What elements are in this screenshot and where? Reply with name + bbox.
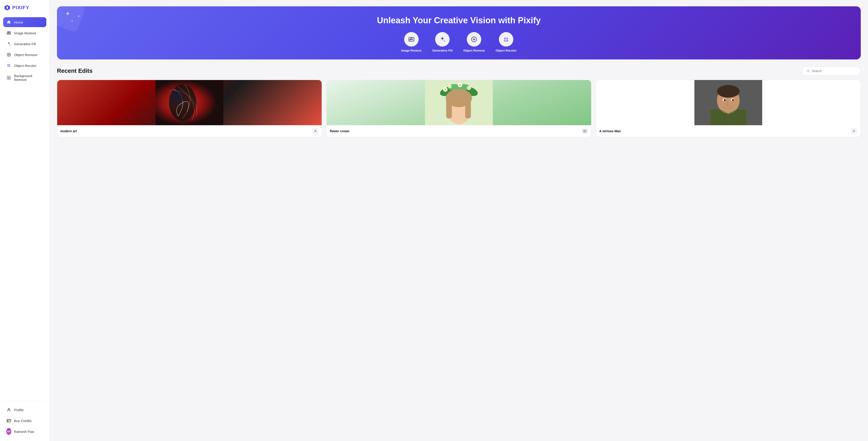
svg-rect-11 [7,76,11,80]
svg-point-45 [584,130,585,131]
recent-edits-title: Recent Edits [57,67,93,74]
hero-tool-object-recolor[interactable]: Object Recolor [496,32,517,52]
svg-point-40 [468,87,470,89]
avatar-icon: RP [6,429,11,434]
logo-text: PIXIFY [12,5,29,11]
sidebar-item-background-remove-label: Background Remove [14,74,43,82]
hero-tool-generative-fill[interactable]: Generative Fill [432,32,453,52]
svg-point-18 [504,37,506,39]
card-3-tool-icon [851,128,857,134]
card-2-title: flower crown [330,129,349,133]
edit-card-3[interactable]: A serious Man [596,80,861,137]
svg-point-10 [8,77,10,78]
generative-fill-icon [6,41,11,46]
svg-point-57 [854,130,855,131]
hero-tool-object-recolor-icon [499,32,513,46]
svg-point-59 [854,131,855,132]
hero-tool-generative-fill-label: Generative Fill [432,49,453,52]
svg-point-51 [717,85,740,98]
profile-icon [6,407,11,412]
svg-point-14 [8,421,8,421]
hero-tool-image-restore-label: Image Restore [401,49,422,52]
object-remove-icon [6,52,11,57]
svg-point-55 [732,99,734,101]
card-1-footer: modern art [57,125,322,137]
hero-tool-object-recolor-label: Object Recolor [496,49,517,52]
hero-tool-image-restore[interactable]: Image Restore [401,32,422,52]
edit-card-1[interactable]: modern art [57,80,322,137]
svg-rect-44 [465,98,471,119]
card-2-tool-icon [582,128,588,134]
svg-point-9 [9,66,10,67]
svg-rect-43 [446,98,452,119]
hero-title: Unleash Your Creative Vision with Pixify [65,15,852,26]
card-1-tool-icon [312,128,318,134]
svg-point-39 [459,84,461,86]
sidebar: PIXIFY Home Image Restore [0,0,50,441]
sidebar-item-object-recolor[interactable]: Object Recolor [3,61,46,70]
card-3-image [596,80,861,125]
svg-point-58 [853,131,854,132]
sidebar-item-user[interactable]: RP Ratnesh Pasi [3,427,46,437]
search-input[interactable] [812,69,857,73]
search-box[interactable] [802,67,861,75]
search-icon [806,69,810,73]
hero-banner: ✦ ✦ ✦ Unleash Your Creative Vision with … [57,6,861,59]
logo[interactable]: PIXIFY [3,4,46,11]
svg-point-56 [853,130,854,131]
object-recolor-icon [6,63,11,68]
svg-point-6 [7,64,8,65]
hero-tool-generative-fill-icon [435,32,450,46]
sidebar-item-buy-credits[interactable]: Buy Credits [3,416,46,426]
svg-point-54 [724,99,725,101]
svg-point-20 [504,39,506,41]
svg-point-19 [506,37,508,39]
hero-tool-image-restore-icon [404,32,418,46]
sidebar-item-profile-label: Profile [14,408,24,412]
cards-grid: modern art [57,80,861,137]
nav-section: Home Image Restore Generative Fill [3,17,46,437]
sidebar-item-home[interactable]: Home [3,17,46,27]
svg-point-7 [9,64,10,65]
svg-point-26 [315,130,316,131]
sidebar-item-object-recolor-label: Object Recolor [14,64,36,68]
sidebar-item-background-remove[interactable]: Background Remove [3,71,46,84]
svg-point-12 [8,408,10,410]
main-content: ✦ ✦ ✦ Unleash Your Creative Vision with … [50,0,868,441]
hero-tool-object-remove-icon [467,32,481,46]
hero-tool-object-remove-label: Object Remove [463,49,485,52]
recent-edits-header: Recent Edits [57,67,861,75]
hero-tool-object-remove[interactable]: Object Remove [463,32,485,52]
logo-icon [4,4,10,11]
sidebar-item-user-label: Ratnesh Pasi [14,430,34,434]
card-2-image [327,80,591,125]
background-remove-icon [6,75,11,80]
sidebar-item-image-restore-label: Image Restore [14,31,36,35]
buy-credits-icon [6,418,11,423]
sidebar-item-buy-credits-label: Buy Credits [14,419,32,423]
card-2-footer: flower crown [327,125,591,137]
svg-point-25 [170,90,184,104]
home-icon [6,20,11,25]
sidebar-item-profile[interactable]: Profile [3,405,46,415]
edit-card-2[interactable]: flower crown [327,80,591,137]
card-1-title: modern art [60,129,77,133]
svg-point-38 [449,86,451,87]
sidebar-item-object-remove[interactable]: Object Remove [3,50,46,60]
svg-point-37 [444,89,446,90]
hero-tools: Image Restore Generative Fill [65,32,852,52]
sidebar-item-object-remove-label: Object Remove [14,53,37,57]
sidebar-item-home-label: Home [14,20,23,24]
sidebar-item-generative-fill[interactable]: Generative Fill [3,39,46,49]
sidebar-item-image-restore[interactable]: Image Restore [3,28,46,38]
card-3-title: A serious Man [599,129,621,133]
svg-point-24 [169,85,196,121]
svg-point-8 [7,66,8,67]
svg-rect-23 [156,80,223,125]
card-1-image [57,80,322,125]
image-restore-icon [6,31,11,35]
svg-point-21 [506,39,508,41]
svg-point-2 [6,7,8,8]
card-3-footer: A serious Man [596,125,861,137]
sidebar-item-generative-fill-label: Generative Fill [14,42,36,46]
